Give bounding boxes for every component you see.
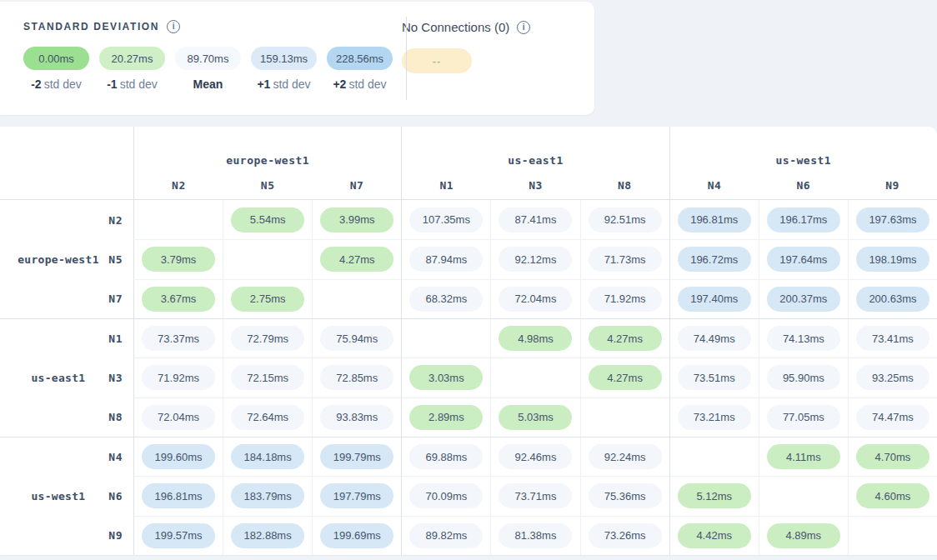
row-header-N6: N6 [108, 489, 123, 502]
row-label-cell: N7 [0, 279, 133, 318]
latency-pill[interactable]: 4.27ms [589, 365, 662, 390]
latency-pill[interactable]: 107.35ms [409, 208, 483, 232]
row-region-label: us-west1 [0, 489, 117, 502]
latency-pill[interactable]: 92.46ms [499, 444, 572, 469]
latency-pill[interactable]: 68.32ms [409, 287, 483, 312]
latency-pill[interactable]: 92.51ms [589, 208, 662, 232]
latency-pill[interactable]: 2.75ms [231, 287, 304, 312]
latency-cell: 196.81ms [133, 476, 223, 515]
latency-pill[interactable]: 77.05ms [767, 405, 840, 430]
latency-pill[interactable]: 184.18ms [231, 444, 304, 469]
latency-cell: 3.67ms [133, 279, 223, 318]
latency-pill[interactable]: 75.36ms [589, 483, 662, 508]
latency-cell: 197.64ms [759, 239, 848, 278]
legend-card: STANDARD DEVIATION i 0.00ms20.27ms89.70m… [0, 2, 594, 115]
latency-pill[interactable]: 87.41ms [499, 208, 572, 232]
latency-pill[interactable]: 4.11ms [767, 444, 840, 469]
legend-label-rest: std dev [273, 78, 310, 91]
latency-pill[interactable]: 72.04ms [142, 405, 215, 430]
info-icon[interactable]: i [517, 21, 530, 34]
latency-pill[interactable]: 199.57ms [142, 523, 215, 548]
latency-pill[interactable]: 199.79ms [320, 444, 393, 469]
latency-pill[interactable]: 73.21ms [678, 405, 751, 430]
latency-pill[interactable]: 73.26ms [589, 523, 662, 548]
latency-cell: 73.26ms [580, 516, 669, 555]
latency-pill[interactable]: 4.60ms [856, 483, 929, 508]
column-header-N4: N4 [670, 179, 759, 192]
latency-pill[interactable]: 71.92ms [589, 287, 662, 312]
latency-pill[interactable]: 73.41ms [856, 326, 929, 351]
latency-pill[interactable]: 5.03ms [499, 405, 572, 430]
latency-pill[interactable]: 73.37ms [142, 326, 215, 351]
latency-cell [759, 476, 848, 515]
legend-label-3: +1std dev [251, 78, 317, 91]
latency-cell [490, 358, 579, 397]
latency-pill[interactable]: 69.88ms [409, 444, 483, 469]
latency-pill[interactable]: 182.88ms [231, 523, 304, 548]
row-region-label: us-east1 [0, 371, 117, 383]
latency-pill[interactable]: 72.85ms [320, 365, 393, 390]
latency-pill[interactable]: 4.70ms [856, 444, 929, 469]
latency-pill[interactable]: 74.47ms [856, 405, 929, 430]
latency-cell: 74.13ms [759, 318, 848, 358]
latency-pill[interactable]: 93.83ms [320, 405, 393, 430]
latency-pill[interactable]: 92.24ms [589, 444, 662, 469]
latency-pill[interactable]: 4.42ms [678, 523, 751, 548]
latency-pill[interactable]: 75.94ms [320, 326, 393, 351]
latency-pill[interactable]: 198.19ms [856, 247, 929, 272]
latency-pill[interactable]: 196.72ms [678, 247, 751, 272]
latency-pill[interactable]: 93.25ms [856, 365, 929, 390]
latency-pill[interactable]: 3.67ms [142, 287, 215, 312]
latency-pill[interactable]: 89.82ms [409, 523, 483, 548]
latency-pill[interactable]: 199.69ms [320, 523, 393, 548]
column-group-us-east1: us-east1N1N3N8 [401, 127, 669, 200]
latency-pill[interactable]: 4.89ms [767, 523, 840, 548]
latency-pill[interactable]: 5.54ms [231, 208, 304, 232]
latency-pill[interactable]: 73.71ms [499, 483, 572, 508]
latency-pill[interactable]: 95.90ms [767, 365, 840, 390]
latency-pill[interactable]: 72.64ms [231, 405, 304, 430]
latency-cell: 71.92ms [580, 279, 669, 318]
row-header-N7: N7 [108, 292, 123, 305]
latency-pill[interactable]: 196.17ms [767, 208, 840, 232]
latency-cell: 3.03ms [401, 358, 490, 397]
latency-pill[interactable]: 2.89ms [409, 405, 483, 430]
legend-pill-2: 89.70ms [175, 47, 241, 70]
latency-pill[interactable]: 197.79ms [320, 483, 393, 508]
column-header-N3: N3 [491, 179, 580, 192]
latency-pill[interactable]: 81.38ms [499, 523, 572, 548]
latency-pill[interactable]: 3.79ms [142, 247, 215, 272]
row-header-N8: N8 [108, 411, 123, 423]
info-icon[interactable]: i [167, 20, 180, 33]
latency-pill[interactable]: 92.12ms [499, 247, 572, 272]
latency-pill[interactable]: 71.92ms [142, 365, 215, 390]
latency-pill[interactable]: 73.51ms [678, 365, 751, 390]
latency-pill[interactable]: 197.40ms [678, 287, 751, 312]
latency-pill[interactable]: 4.98ms [499, 326, 572, 351]
latency-pill[interactable]: 87.94ms [409, 247, 483, 272]
latency-pill[interactable]: 200.63ms [856, 287, 929, 312]
latency-pill[interactable]: 4.27ms [320, 247, 393, 272]
latency-pill[interactable]: 197.63ms [856, 208, 929, 232]
latency-pill[interactable]: 199.60ms [142, 444, 215, 469]
latency-cell: 72.04ms [133, 398, 223, 437]
latency-pill[interactable]: 183.79ms [231, 483, 304, 508]
latency-pill[interactable]: 196.81ms [678, 208, 751, 232]
latency-pill[interactable]: 196.81ms [142, 483, 215, 508]
latency-pill[interactable]: 3.03ms [409, 365, 483, 390]
latency-pill[interactable]: 197.64ms [767, 247, 840, 272]
latency-pill[interactable]: 72.79ms [231, 326, 304, 351]
row-header-N4: N4 [108, 451, 123, 463]
latency-pill[interactable]: 3.99ms [320, 208, 393, 232]
std-dev-title: STANDARD DEVIATION [23, 21, 159, 32]
latency-cell: 4.42ms [669, 516, 759, 555]
latency-pill[interactable]: 5.12ms [678, 483, 751, 508]
latency-pill[interactable]: 71.73ms [589, 247, 662, 272]
latency-pill[interactable]: 74.13ms [767, 326, 840, 351]
latency-pill[interactable]: 72.04ms [499, 287, 572, 312]
latency-pill[interactable]: 74.49ms [678, 326, 751, 351]
latency-pill[interactable]: 4.27ms [589, 326, 662, 351]
latency-pill[interactable]: 72.15ms [231, 365, 304, 390]
latency-pill[interactable]: 70.09ms [409, 483, 483, 508]
latency-pill[interactable]: 200.37ms [767, 287, 840, 312]
